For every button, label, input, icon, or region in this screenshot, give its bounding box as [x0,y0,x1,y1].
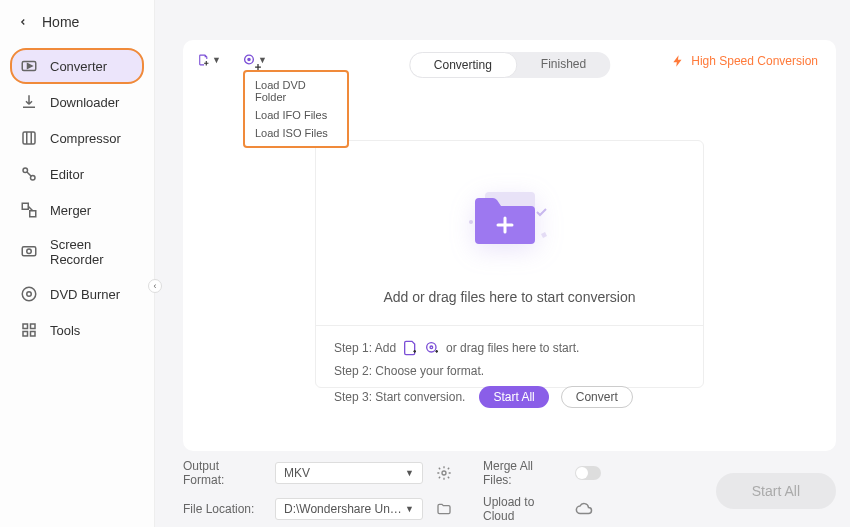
svg-rect-20 [22,247,36,256]
svg-point-29 [248,58,250,60]
merge-label: Merge All Files: [483,459,563,487]
chevron-down-icon: ▼ [405,468,414,478]
settings-icon[interactable] [435,464,453,482]
sidebar-item-label: Tools [50,323,80,338]
add-disc-icon [424,340,440,356]
svg-point-35 [430,346,433,349]
output-format-select[interactable]: MKV ▼ [275,462,423,484]
downloader-icon [20,93,38,111]
compressor-icon [20,129,38,147]
sidebar-item-compressor[interactable]: Compressor [10,120,144,156]
step-1: Step 1: Add or drag files here to start. [334,340,685,356]
folder-open-icon[interactable] [435,500,453,518]
sidebar-item-label: Converter [50,59,107,74]
svg-rect-25 [31,324,36,329]
convert-button[interactable]: Convert [561,386,633,408]
dropdown-item-iso[interactable]: Load ISO Files [245,124,347,142]
dvd-dropdown-menu: Load DVD Folder Load IFO Files Load ISO … [243,70,349,148]
start-all-main-button[interactable]: Start All [716,473,836,509]
main-panel: ▼ ▼ Load DVD Folder Load IFO Files Load … [183,40,836,451]
sidebar-item-downloader[interactable]: Downloader [10,84,144,120]
add-dvd-button[interactable]: ▼ [243,50,267,70]
output-format-label: Output Format: [183,459,263,487]
sidebar-back[interactable]: Home [0,0,154,44]
svg-rect-17 [22,203,28,209]
high-speed-label: High Speed Conversion [691,54,818,68]
tabs: Converting Finished [409,52,610,78]
sidebar-item-editor[interactable]: Editor [10,156,144,192]
file-location-select[interactable]: D:\Wondershare UniConverter 1 ▼ [275,498,423,520]
high-speed-conversion[interactable]: High Speed Conversion [671,54,818,68]
add-file-icon [402,340,418,356]
screen-recorder-icon [20,243,38,261]
sidebar-item-label: Downloader [50,95,119,110]
svg-line-16 [27,172,32,177]
sidebar-item-merger[interactable]: Merger [10,192,144,228]
svg-rect-27 [31,332,36,337]
svg-point-33 [469,220,473,224]
step-3: Step 3: Start conversion. Start All Conv… [334,386,685,408]
sidebar-item-label: Screen Recorder [50,237,134,267]
svg-rect-26 [23,332,28,337]
dropdown-item-ifo[interactable]: Load IFO Files [245,106,347,124]
start-all-button[interactable]: Start All [479,386,548,408]
svg-point-22 [22,287,36,301]
dropzone[interactable]: Add or drag files here to start conversi… [315,140,704,388]
dropzone-text: Add or drag files here to start conversi… [316,289,703,305]
sidebar: Home Converter Downloader Compressor Edi… [0,0,155,527]
bottom-bar: Output Format: MKV ▼ Merge All Files: Fi… [183,459,836,515]
editor-icon [20,165,38,183]
converter-icon [20,57,38,75]
sidebar-item-dvd-burner[interactable]: DVD Burner [10,276,144,312]
tab-finished[interactable]: Finished [517,52,610,78]
dropdown-item-dvd-folder[interactable]: Load DVD Folder [245,76,347,106]
cloud-icon[interactable] [575,500,593,518]
svg-rect-18 [30,211,36,217]
chevron-left-icon [18,17,28,27]
dvd-burner-icon [20,285,38,303]
merger-icon [20,201,38,219]
svg-point-34 [427,343,436,352]
sidebar-item-label: DVD Burner [50,287,120,302]
sidebar-item-converter[interactable]: Converter [10,48,144,84]
sidebar-item-label: Merger [50,203,91,218]
svg-point-23 [27,292,32,297]
sidebar-collapse-button[interactable]: ‹ [148,279,162,293]
file-location-label: File Location: [183,502,263,516]
svg-point-36 [442,471,446,475]
chevron-down-icon: ▼ [212,55,221,65]
svg-marker-10 [28,64,33,69]
merge-toggle[interactable] [575,466,601,480]
svg-point-21 [27,249,32,254]
folder-illustration [316,167,703,267]
svg-rect-11 [23,132,35,144]
tools-icon [20,321,38,339]
sidebar-item-tools[interactable]: Tools [10,312,144,348]
sidebar-home-label: Home [42,14,79,30]
svg-rect-24 [23,324,28,329]
lightning-icon [671,54,685,68]
add-file-button[interactable]: ▼ [197,50,221,70]
tab-converting[interactable]: Converting [409,52,517,78]
sidebar-item-screen-recorder[interactable]: Screen Recorder [10,228,144,276]
sidebar-item-label: Compressor [50,131,121,146]
chevron-down-icon: ▼ [405,504,414,514]
step-2: Step 2: Choose your format. [334,364,685,378]
upload-label: Upload to Cloud [483,495,563,523]
sidebar-item-label: Editor [50,167,84,182]
